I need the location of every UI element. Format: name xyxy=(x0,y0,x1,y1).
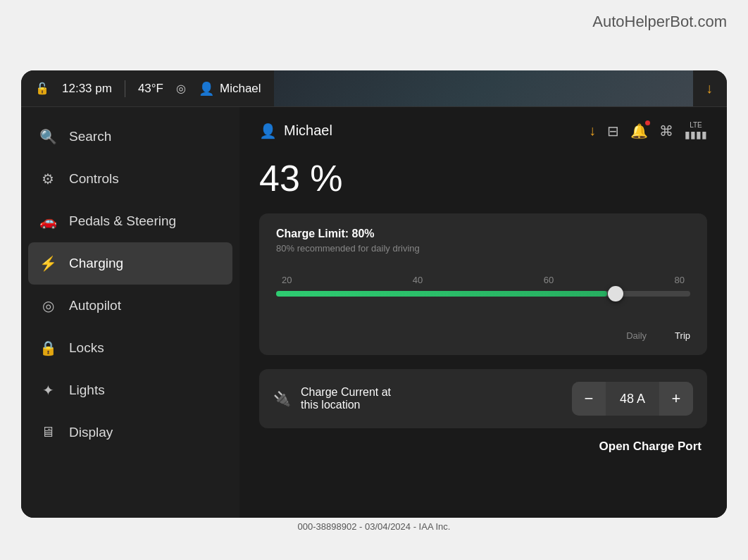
plug-icon: 🔌 xyxy=(273,390,291,407)
charge-limit-subtitle: 80% recommended for daily driving xyxy=(276,243,690,254)
display-icon: 🖥 xyxy=(38,424,58,440)
open-charge-port-button[interactable]: Open Charge Port xyxy=(259,440,707,454)
panel-header: 👤 Michael ↓ ⊟ 🔔 ⌘ LTE ▮▮▮▮ xyxy=(259,121,707,140)
locks-icon: 🔒 xyxy=(38,340,58,356)
sidebar-item-display[interactable]: 🖥 Display xyxy=(21,411,239,453)
charge-current-value: 48 A xyxy=(606,392,659,406)
lte-label: LTE xyxy=(690,121,702,129)
watermark: AutoHelperBot.com xyxy=(592,13,727,31)
slider-label-60: 60 xyxy=(544,275,554,285)
bell-notification-dot xyxy=(645,120,650,125)
status-temperature: 43°F xyxy=(138,82,163,96)
status-user: 👤 Michael xyxy=(199,81,261,97)
main-content: 🔍 Search ⚙ Controls 🚗 Pedals & Steering … xyxy=(21,107,727,518)
slider-labels: 20 40 60 80 xyxy=(276,275,690,285)
garage-icon[interactable]: ⊟ xyxy=(607,123,619,139)
battery-percentage: 43 % xyxy=(259,157,707,199)
charge-current-control: − 48 A + xyxy=(572,382,693,416)
charge-slider-container: 20 40 60 80 xyxy=(276,268,690,322)
status-time: 12:33 pm xyxy=(62,82,112,96)
sidebar-label-pedals: Pedals & Steering xyxy=(69,213,176,229)
screen-bezel: 🔓 12:33 pm 43°F ◎ 👤 Michael ↓ 🔍 Search ⚙… xyxy=(21,70,727,518)
status-username: Michael xyxy=(220,82,261,96)
sidebar-label-autopilot: Autopilot xyxy=(69,298,121,313)
header-download-icon[interactable]: ↓ xyxy=(589,123,596,139)
slider-track[interactable] xyxy=(276,291,690,297)
sidebar-item-pedals[interactable]: 🚗 Pedals & Steering xyxy=(21,200,239,242)
footer-bar: 000-38898902 - 03/04/2024 - IAA Inc. xyxy=(0,521,748,532)
sidebar-item-lights[interactable]: ✦ Lights xyxy=(21,369,239,411)
slider-footer: Daily Trip xyxy=(276,330,690,341)
panel-user-info: 👤 Michael xyxy=(259,123,332,139)
autopilot-icon: ◎ xyxy=(38,297,58,314)
sidebar-label-charging: Charging xyxy=(69,256,123,271)
sidebar-label-locks: Locks xyxy=(69,340,104,356)
sidebar-item-controls[interactable]: ⚙ Controls xyxy=(21,158,239,200)
slider-fill xyxy=(276,291,607,297)
controls-icon: ⚙ xyxy=(38,170,58,187)
charge-current-text: Charge Current at this location xyxy=(301,386,391,411)
right-panel: 👤 Michael ↓ ⊟ 🔔 ⌘ LTE ▮▮▮▮ xyxy=(239,107,727,518)
lock-icon: 🔓 xyxy=(35,82,49,95)
lights-icon: ✦ xyxy=(38,382,58,399)
user-icon: 👤 xyxy=(199,81,214,97)
header-icons: ↓ ⊟ 🔔 ⌘ LTE ▮▮▮▮ xyxy=(589,121,707,140)
sidebar-label-search: Search xyxy=(69,129,111,144)
pedals-icon: 🚗 xyxy=(38,213,58,230)
charge-limit-card: Charge Limit: 80% 80% recommended for da… xyxy=(259,213,707,355)
bell-icon[interactable]: 🔔 xyxy=(630,123,648,139)
trip-button[interactable]: Trip xyxy=(675,330,690,341)
map-preview xyxy=(274,70,693,106)
sidebar: 🔍 Search ⚙ Controls 🚗 Pedals & Steering … xyxy=(21,107,239,518)
daily-button[interactable]: Daily xyxy=(626,330,647,341)
status-download-icon: ↓ xyxy=(706,80,713,97)
slider-label-20: 20 xyxy=(282,275,292,285)
sidebar-item-charging[interactable]: ⚡ Charging xyxy=(28,242,232,285)
charge-current-row: 🔌 Charge Current at this location − 48 A… xyxy=(259,369,707,428)
lte-indicator: LTE ▮▮▮▮ xyxy=(685,121,707,140)
sidebar-label-lights: Lights xyxy=(69,382,105,398)
charge-limit-title: Charge Limit: 80% xyxy=(276,228,690,240)
status-bar: 🔓 12:33 pm 43°F ◎ 👤 Michael ↓ xyxy=(21,70,727,107)
divider xyxy=(125,80,125,97)
charge-current-line2: this location xyxy=(301,399,391,411)
charging-icon: ⚡ xyxy=(38,255,58,272)
charge-current-decrease-button[interactable]: − xyxy=(572,382,606,416)
sidebar-item-locks[interactable]: 🔒 Locks xyxy=(21,327,239,369)
sidebar-label-controls: Controls xyxy=(69,171,119,187)
panel-username: Michael xyxy=(284,123,332,139)
charge-current-increase-button[interactable]: + xyxy=(659,382,693,416)
charge-current-line1: Charge Current at xyxy=(301,386,391,399)
charge-current-label: 🔌 Charge Current at this location xyxy=(273,386,391,411)
slider-thumb[interactable] xyxy=(608,286,623,301)
gps-icon: ◎ xyxy=(176,82,186,95)
sidebar-item-autopilot[interactable]: ◎ Autopilot xyxy=(21,285,239,327)
sidebar-item-search[interactable]: 🔍 Search xyxy=(21,116,239,158)
panel-user-icon: 👤 xyxy=(259,123,277,139)
bluetooth-icon[interactable]: ⌘ xyxy=(659,123,673,139)
slider-label-80: 80 xyxy=(675,275,685,285)
search-icon: 🔍 xyxy=(38,128,58,145)
signal-bars: ▮▮▮▮ xyxy=(685,129,707,140)
sidebar-label-display: Display xyxy=(69,425,113,440)
slider-label-40: 40 xyxy=(413,275,423,285)
